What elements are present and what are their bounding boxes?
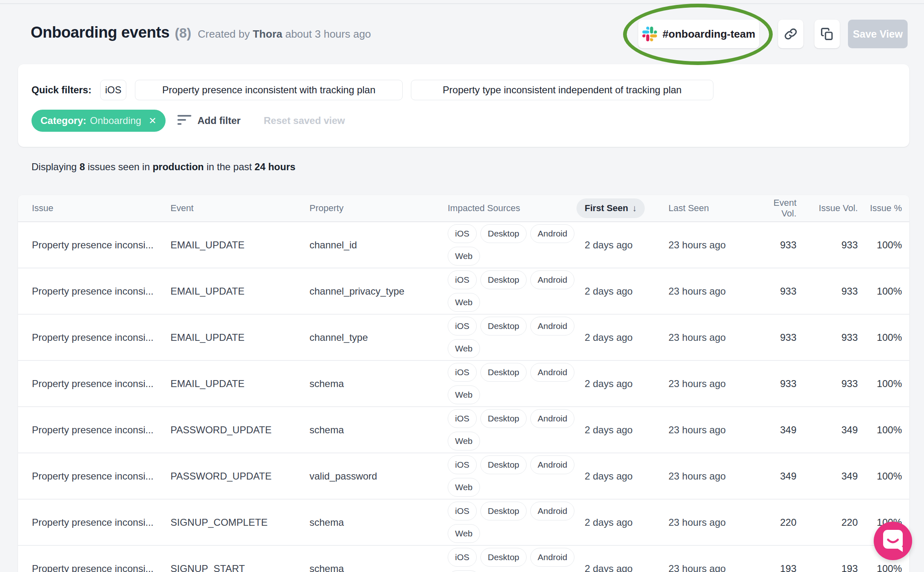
copy-link-button[interactable] bbox=[778, 20, 803, 48]
source-pill-web: Web bbox=[448, 478, 480, 497]
col-header-issue-pct: Issue % bbox=[858, 203, 909, 214]
add-filter-button[interactable]: Add filter bbox=[197, 110, 240, 132]
issue-cell: Property presence inconsi... bbox=[32, 286, 163, 297]
source-pill-ios: iOS bbox=[448, 270, 477, 289]
sort-label: First Seen bbox=[585, 203, 628, 214]
last-seen-cell: 23 hours ago bbox=[668, 239, 756, 251]
table-row[interactable]: Property presence inconsi... EMAIL_UPDAT… bbox=[18, 315, 909, 361]
last-seen-cell: 23 hours ago bbox=[668, 517, 756, 528]
table-header-row: Issue Event Property Impacted Sources Fi… bbox=[18, 195, 909, 222]
duplicate-view-button[interactable] bbox=[814, 20, 840, 48]
table-row[interactable]: Property presence inconsi... SIGNUP_STAR… bbox=[18, 546, 909, 572]
col-header-issue: Issue bbox=[32, 203, 170, 214]
issue-cell: Property presence inconsi... bbox=[32, 517, 163, 528]
impacted-sources-cell: iOS Desktop Android Web bbox=[448, 455, 576, 497]
source-pill-web: Web bbox=[448, 247, 480, 266]
first-seen-cell: 2 days ago bbox=[576, 471, 668, 482]
active-filter-chip-category[interactable]: Category: Onboarding ✕ bbox=[31, 110, 166, 132]
quick-filter-property-type[interactable]: Property type inconsistent independent o… bbox=[411, 80, 713, 100]
reset-saved-view-button[interactable]: Reset saved view bbox=[264, 110, 345, 132]
source-pill-ios: iOS bbox=[448, 317, 477, 336]
sort-button-first-seen[interactable]: First Seen ↓ bbox=[576, 198, 645, 218]
quick-filters-label: Quick filters: bbox=[31, 80, 92, 100]
issue-pct-cell: 100% bbox=[858, 563, 909, 572]
property-cell: schema bbox=[309, 378, 448, 390]
source-pill-web: Web bbox=[448, 385, 480, 404]
issue-vol-cell: 220 bbox=[796, 517, 858, 528]
issue-cell: Property presence inconsi... bbox=[32, 471, 163, 482]
issue-cell: Property presence inconsi... bbox=[32, 332, 163, 343]
issues-table: Issue Event Property Impacted Sources Fi… bbox=[18, 195, 909, 572]
col-header-last-seen: Last Seen bbox=[668, 203, 756, 214]
event-cell: EMAIL_UPDATE bbox=[170, 332, 309, 343]
source-pill-web: Web bbox=[448, 339, 480, 358]
first-seen-cell: 2 days ago bbox=[576, 378, 668, 390]
source-pill-desktop: Desktop bbox=[480, 363, 527, 382]
table-row[interactable]: Property presence inconsi... PASSWORD_UP… bbox=[18, 407, 909, 453]
source-pill-android: Android bbox=[530, 502, 574, 520]
property-cell: channel_privacy_type bbox=[309, 286, 448, 297]
slack-icon bbox=[642, 27, 657, 41]
issue-vol-cell: 933 bbox=[796, 378, 858, 390]
slack-channel-button[interactable]: #onboarding-team bbox=[638, 20, 759, 48]
event-vol-cell: 220 bbox=[756, 517, 796, 528]
event-vol-cell: 933 bbox=[756, 332, 796, 343]
last-seen-cell: 23 hours ago bbox=[668, 286, 756, 297]
page-title: Onboarding events bbox=[31, 24, 169, 41]
last-seen-cell: 23 hours ago bbox=[668, 471, 756, 482]
source-pill-desktop: Desktop bbox=[480, 548, 527, 567]
issue-vol-cell: 193 bbox=[796, 563, 858, 572]
chip-close-icon[interactable]: ✕ bbox=[148, 115, 156, 126]
table-row[interactable]: Property presence inconsi... SIGNUP_COMP… bbox=[18, 500, 909, 546]
col-header-property: Property bbox=[309, 203, 448, 214]
issue-vol-cell: 933 bbox=[796, 239, 858, 251]
source-pill-ios: iOS bbox=[448, 548, 477, 567]
quick-filter-property-presence[interactable]: Property presence inconsistent with trac… bbox=[135, 80, 403, 100]
first-seen-cell: 2 days ago bbox=[576, 517, 668, 528]
table-row[interactable]: Property presence inconsi... PASSWORD_UP… bbox=[18, 453, 909, 500]
table-row[interactable]: Property presence inconsi... EMAIL_UPDAT… bbox=[18, 361, 909, 407]
chat-launcher-button[interactable] bbox=[874, 522, 912, 560]
event-cell: EMAIL_UPDATE bbox=[170, 286, 309, 297]
quick-filter-ios[interactable]: iOS bbox=[100, 80, 126, 100]
source-pill-desktop: Desktop bbox=[480, 317, 527, 336]
impacted-sources-cell: iOS Desktop Android Web bbox=[448, 409, 576, 450]
property-cell: channel_id bbox=[309, 239, 448, 251]
chip-value: Onboarding bbox=[90, 115, 141, 126]
event-vol-cell: 349 bbox=[756, 424, 796, 436]
issue-cell: Property presence inconsi... bbox=[32, 239, 163, 251]
copy-icon bbox=[821, 27, 834, 41]
col-header-event: Event bbox=[170, 203, 309, 214]
issue-pct-cell: 100% bbox=[858, 239, 909, 251]
summary-count: 8 bbox=[79, 161, 85, 172]
table-row[interactable]: Property presence inconsi... EMAIL_UPDAT… bbox=[18, 268, 909, 315]
first-seen-cell: 2 days ago bbox=[576, 563, 668, 572]
issue-count-badge: (8) bbox=[175, 25, 191, 41]
table-row[interactable]: Property presence inconsi... EMAIL_UPDAT… bbox=[18, 222, 909, 268]
event-cell: EMAIL_UPDATE bbox=[170, 239, 309, 251]
source-pill-desktop: Desktop bbox=[480, 502, 527, 520]
source-pill-desktop: Desktop bbox=[480, 455, 527, 474]
source-pill-web: Web bbox=[448, 293, 480, 312]
summary-env: production bbox=[153, 161, 204, 172]
event-cell: SIGNUP_COMPLETE bbox=[170, 517, 309, 528]
chip-key: Category: bbox=[40, 115, 86, 126]
property-cell: schema bbox=[309, 563, 448, 572]
first-seen-cell: 2 days ago bbox=[576, 286, 668, 297]
quick-filters-card: Quick filters: iOS Property presence inc… bbox=[18, 64, 909, 147]
issue-cell: Property presence inconsi... bbox=[32, 563, 163, 572]
sort-desc-arrow-icon: ↓ bbox=[632, 203, 637, 214]
save-view-button[interactable]: Save View bbox=[848, 20, 908, 48]
property-cell: channel_type bbox=[309, 332, 448, 343]
source-pill-android: Android bbox=[530, 409, 574, 428]
event-cell: SIGNUP_START bbox=[170, 563, 309, 572]
first-seen-cell: 2 days ago bbox=[576, 332, 668, 343]
source-pill-ios: iOS bbox=[448, 363, 477, 382]
col-header-event-vol: Event Vol. bbox=[756, 198, 796, 219]
source-pill-ios: iOS bbox=[448, 409, 477, 428]
issue-pct-cell: 100% bbox=[858, 378, 909, 390]
issue-vol-cell: 933 bbox=[796, 332, 858, 343]
source-pill-web: Web bbox=[448, 524, 480, 543]
impacted-sources-cell: iOS Desktop Android Web bbox=[448, 317, 576, 358]
source-pill-ios: iOS bbox=[448, 224, 477, 243]
